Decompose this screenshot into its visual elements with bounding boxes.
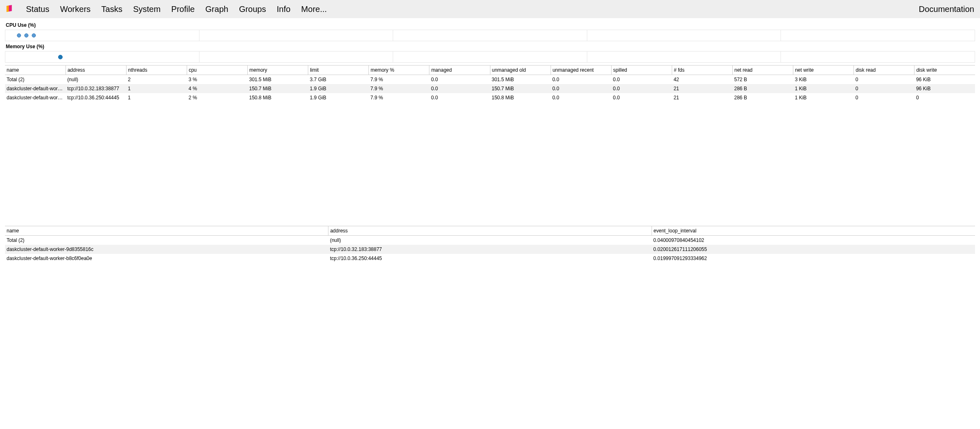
nav-system[interactable]: System: [128, 5, 166, 14]
mem-chart-cell-4: [587, 52, 781, 62]
table-cell: daskcluster-default-worker: [5, 93, 66, 102]
table-cell: 0: [914, 93, 975, 102]
cpu-chart-title: CPU Use (%): [5, 22, 975, 28]
table-cell: 0.0: [551, 93, 611, 102]
table-cell: tcp://10.0.36.250:44445: [328, 254, 652, 263]
table-cell: 1: [126, 93, 187, 102]
table-cell: 301.5 MiB: [248, 75, 308, 84]
event-loop-header-row: name address event_loop_interval: [5, 226, 975, 236]
col-name[interactable]: name: [5, 66, 66, 75]
table-cell: 0: [854, 93, 914, 102]
cpu-dot-icon: [24, 33, 28, 38]
table-cell: 21: [672, 93, 732, 102]
cpu-chart-cell-1: [5, 30, 199, 41]
col-disk-read[interactable]: disk read: [854, 66, 914, 75]
col-name-2[interactable]: name: [5, 226, 328, 236]
col-address-2[interactable]: address: [328, 226, 652, 236]
col-unmanaged-old[interactable]: unmanaged old: [490, 66, 551, 75]
table-cell: 2: [126, 75, 187, 84]
col-nthreads[interactable]: nthreads: [126, 66, 187, 75]
table-cell: 1 KiB: [793, 93, 854, 102]
table-cell: Total (2): [5, 75, 66, 84]
nav-graph[interactable]: Graph: [200, 5, 234, 14]
table-cell: 0: [854, 84, 914, 93]
table-cell: 0: [854, 75, 914, 84]
table-cell: 0.04000970840454102: [652, 236, 975, 245]
table-cell: 0.0: [611, 84, 672, 93]
col-disk-write[interactable]: disk write: [914, 66, 975, 75]
table-cell: tcp://10.0.32.183:38877: [328, 245, 652, 254]
nav-status[interactable]: Status: [21, 5, 55, 14]
table-cell: 3.7 GiB: [308, 75, 369, 84]
topbar: Status Workers Tasks System Profile Grap…: [0, 0, 980, 18]
cpu-dot-icon: [17, 33, 21, 38]
col-fds[interactable]: # fds: [672, 66, 732, 75]
table-cell: 4 %: [187, 84, 247, 93]
table-cell: 0.020012617111206055: [652, 245, 975, 254]
cpu-chart-section: CPU Use (%): [5, 22, 975, 41]
table-cell: 0.0: [551, 84, 611, 93]
mem-chart-row: [5, 51, 975, 63]
table-cell: (null): [328, 236, 652, 245]
table-cell: 0.0: [611, 93, 672, 102]
workers-table-header-row: name address nthreads cpu memory limit m…: [5, 66, 975, 75]
nav-profile[interactable]: Profile: [166, 5, 200, 14]
table-cell: 96 KiB: [914, 84, 975, 93]
table-cell: 1 KiB: [793, 84, 854, 93]
table-cell: 7.9 %: [369, 75, 429, 84]
table-cell: 42: [672, 75, 732, 84]
table-cell: 150.7 MiB: [490, 84, 551, 93]
col-cpu[interactable]: cpu: [187, 66, 247, 75]
table-cell: 3 KiB: [793, 75, 854, 84]
table-cell: 0.0: [611, 75, 672, 84]
nav-workers[interactable]: Workers: [55, 5, 96, 14]
dask-logo-icon[interactable]: [6, 5, 15, 14]
nav-groups[interactable]: Groups: [234, 5, 272, 14]
table-cell: 2 %: [187, 93, 247, 102]
table-cell: 150.8 MiB: [248, 93, 308, 102]
documentation-link[interactable]: Documentation: [919, 5, 974, 14]
event-loop-table: name address event_loop_interval Total (…: [5, 226, 975, 263]
table-cell: daskcluster-default-worker: [5, 84, 66, 93]
table-cell: 0.0: [429, 75, 490, 84]
table-cell: 7.9 %: [369, 84, 429, 93]
table-row[interactable]: Total (2)(null)0.04000970840454102: [5, 236, 975, 245]
mem-chart-cell-5: [781, 52, 975, 62]
spacer: [5, 106, 975, 226]
table-cell: 301.5 MiB: [490, 75, 551, 84]
table-cell: 572 B: [733, 75, 793, 84]
content: CPU Use (%) Memory Use (%): [0, 18, 980, 263]
table-cell: 1.9 GiB: [308, 93, 369, 102]
col-net-write[interactable]: net write: [793, 66, 854, 75]
cpu-chart-cell-5: [781, 30, 975, 41]
table-cell: 150.8 MiB: [490, 93, 551, 102]
cpu-dot-icon: [32, 33, 36, 38]
col-address[interactable]: address: [66, 66, 126, 75]
col-event-loop[interactable]: event_loop_interval: [652, 226, 975, 236]
table-row[interactable]: daskcluster-default-workertcp://10.0.32.…: [5, 84, 975, 93]
col-spilled[interactable]: spilled: [611, 66, 672, 75]
table-row[interactable]: daskcluster-default-workertcp://10.0.36.…: [5, 93, 975, 102]
col-net-read[interactable]: net read: [733, 66, 793, 75]
table-cell: tcp://10.0.36.250:44445: [66, 93, 126, 102]
col-memory[interactable]: memory: [248, 66, 308, 75]
nav-tasks[interactable]: Tasks: [96, 5, 128, 14]
table-cell: 286 B: [733, 84, 793, 93]
nav-info[interactable]: Info: [272, 5, 296, 14]
table-row[interactable]: daskcluster-default-worker-9d8355816ctcp…: [5, 245, 975, 254]
table-cell: 0.0: [429, 84, 490, 93]
mem-dot-icon: [58, 55, 63, 59]
cpu-chart-cell-4: [587, 30, 781, 41]
table-cell: 3 %: [187, 75, 247, 84]
col-memory-pct[interactable]: memory %: [369, 66, 429, 75]
table-cell: daskcluster-default-worker-b8c6f0ea0e: [5, 254, 328, 263]
col-limit[interactable]: limit: [308, 66, 369, 75]
nav-more[interactable]: More...: [296, 5, 332, 14]
col-managed[interactable]: managed: [429, 66, 490, 75]
table-row[interactable]: Total (2)(null)23 %301.5 MiB3.7 GiB7.9 %…: [5, 75, 975, 84]
table-row[interactable]: daskcluster-default-worker-b8c6f0ea0etcp…: [5, 254, 975, 263]
table-cell: 0.0: [429, 93, 490, 102]
table-cell: Total (2): [5, 236, 328, 245]
table-cell: 1: [126, 84, 187, 93]
col-unmanaged-recent[interactable]: unmanaged recent: [551, 66, 611, 75]
